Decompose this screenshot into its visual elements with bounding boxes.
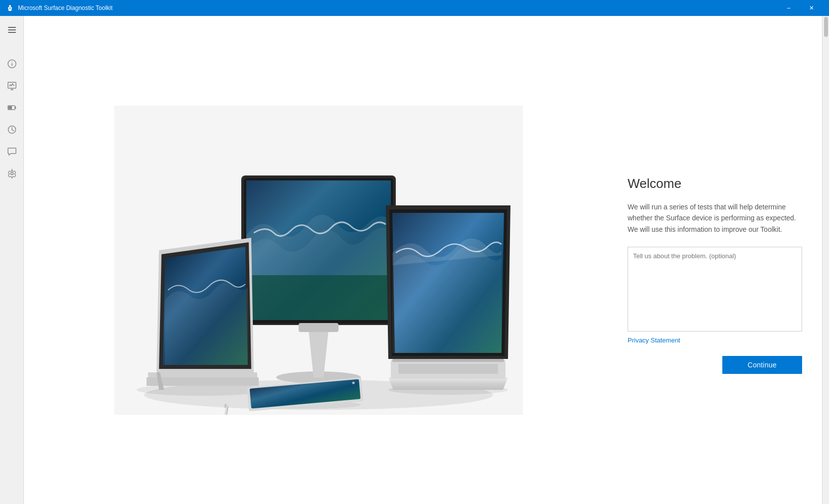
svg-point-16 (10, 172, 13, 175)
minimize-button[interactable]: – (777, 0, 800, 16)
feedback-nav[interactable] (2, 142, 22, 162)
svg-rect-24 (246, 275, 391, 320)
svg-rect-30 (392, 359, 504, 362)
settings-nav[interactable] (2, 164, 22, 183)
svg-rect-25 (299, 323, 338, 332)
titlebar: Microsoft Surface Diagnostic Toolkit – ✕ (0, 0, 829, 16)
info-nav[interactable] (2, 54, 22, 74)
svg-point-8 (11, 62, 12, 63)
close-button[interactable]: ✕ (800, 0, 823, 16)
svg-marker-36 (148, 372, 257, 377)
scrollbar-thumb[interactable] (824, 17, 828, 37)
diagnostics-nav[interactable] (2, 76, 22, 96)
scrollbar[interactable] (822, 16, 829, 504)
svg-rect-29 (398, 364, 498, 374)
window-controls: – ✕ (777, 0, 823, 16)
right-panel: Welcome We will run a series of tests th… (613, 16, 822, 504)
battery-nav[interactable] (2, 98, 22, 118)
svg-rect-3 (8, 27, 16, 28)
svg-marker-35 (147, 377, 259, 386)
hamburger-menu[interactable] (2, 20, 22, 40)
svg-rect-5 (8, 32, 16, 33)
svg-rect-14 (8, 106, 12, 109)
problem-textarea[interactable] (628, 247, 802, 332)
devices-image-section (24, 16, 613, 504)
welcome-description: We will run a series of tests that will … (628, 201, 802, 235)
svg-point-0 (9, 5, 11, 7)
continue-button[interactable]: Continue (722, 356, 802, 374)
svg-point-44 (352, 381, 354, 384)
app-icon (6, 4, 14, 12)
main-content: Welcome We will run a series of tests th… (24, 16, 829, 504)
app-container: Welcome We will run a series of tests th… (0, 16, 829, 504)
welcome-title: Welcome (628, 176, 802, 191)
svg-rect-4 (8, 29, 16, 30)
devices-container (24, 16, 613, 504)
titlebar-left: Microsoft Surface Diagnostic Toolkit (6, 4, 113, 12)
history-nav[interactable] (2, 120, 22, 140)
devices-svg (114, 106, 523, 415)
sidebar (0, 16, 24, 504)
app-title: Microsoft Surface Diagnostic Toolkit (18, 4, 113, 11)
privacy-statement-link[interactable]: Privacy Statement (628, 336, 802, 344)
svg-marker-27 (388, 377, 508, 390)
